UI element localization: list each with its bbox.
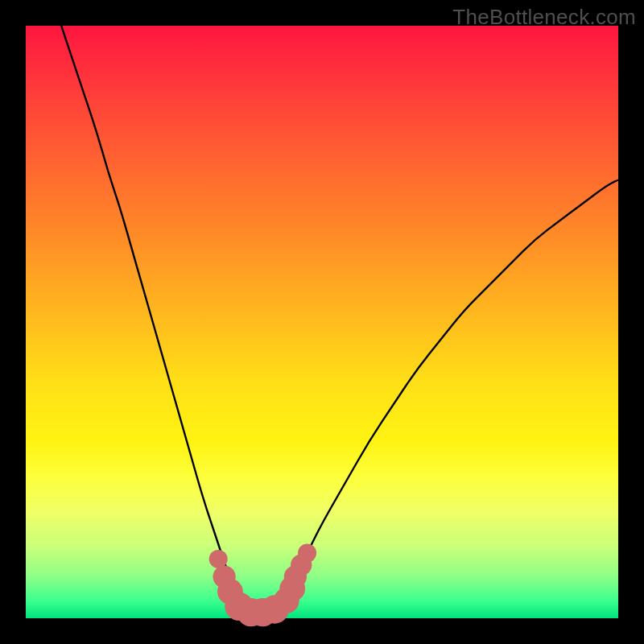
chart-frame: TheBottleneck.com [0, 0, 644, 644]
plot-area [26, 26, 618, 618]
bottom-markers [209, 544, 316, 627]
marker-dot [298, 544, 316, 563]
bottleneck-curve [61, 26, 618, 613]
curve-svg [26, 26, 618, 618]
